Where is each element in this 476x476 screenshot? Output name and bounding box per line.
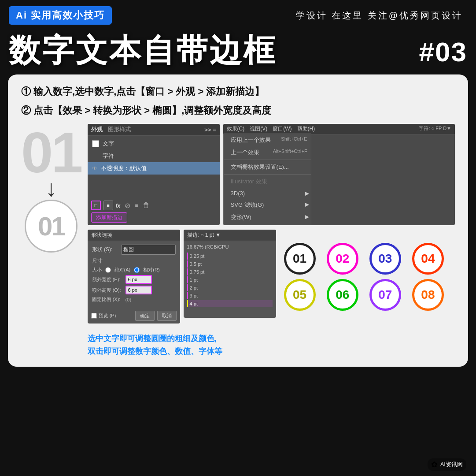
- watermark-badge: ✿ AI资讯网: [428, 458, 466, 471]
- effects-menu-bar: 效果(C) 视图(V) 窗口(W) 帮助(H) 字符: ○ FP D▼: [223, 124, 455, 134]
- effects-menu-screenshot: 效果(C) 视图(V) 窗口(W) 帮助(H) 字符: ○ FP D▼ 应用上一…: [223, 124, 455, 225]
- extra-height-input[interactable]: [125, 286, 152, 294]
- shape-options-dialog: 形状选项 形状 (S): 椭圆 尺寸 大小 绝对(A): [88, 230, 180, 324]
- panel-row-opacity: 👁 不透明度：默认值: [88, 162, 220, 175]
- row-opacity-label: 不透明度：默认值: [101, 164, 147, 172]
- stroke-025pt: 0.25 pt: [187, 253, 273, 260]
- stroke-1pt: 1 pt: [187, 276, 273, 283]
- fx-label[interactable]: fx: [116, 202, 121, 209]
- preview-checkbox: 预览 (P): [91, 312, 133, 319]
- radio-row: 大小 绝对(A) 相对(R): [92, 267, 176, 273]
- no-icon[interactable]: ⊘: [125, 201, 130, 210]
- main-card: ① 输入数字,选中数字,点击【窗口 > 外观 > 添加新描边】 ② 点击【效果 …: [8, 74, 468, 367]
- menu-item-view: 视图(V): [250, 125, 267, 133]
- row-text-label: 文字: [103, 140, 114, 148]
- tagline: 学设计 在这里 关注@优秀网页设计: [296, 10, 463, 22]
- footer-text-block: 选中文字即可调整圆圈的粗细及颜色, 双击即可调整数字颜色、数值、字体等: [88, 332, 455, 358]
- stroke-pt-list: 0.25 pt 0.5 pt 0.75 pt 1 pt 2 pt 3 pt 4 …: [184, 251, 276, 310]
- last-effect-label: 上一个效果: [231, 149, 259, 156]
- apply-last-label: 应用上一个效果: [231, 137, 271, 143]
- circle-06: 06: [327, 279, 358, 311]
- divider2: [224, 174, 311, 175]
- content-area: 01 ↓ 01 外观 图形样式 >> ≡: [21, 124, 455, 358]
- preview-check[interactable]: [91, 313, 97, 319]
- relative-radio[interactable]: [134, 267, 140, 273]
- radio-size-label: 大小: [92, 267, 102, 273]
- title-row: 数字文本自带边框 #03: [0, 31, 476, 74]
- watermark-icon: ✿: [431, 460, 438, 469]
- stroke-panel-screenshot: 描边: ○ 1 pt ▼ 16.67% (RGB/GPU 0.25 pt 0.5…: [184, 230, 276, 318]
- panel-rows: 文字 字符 👁 不透明度：默认值: [88, 136, 220, 176]
- row-char-label: 字符: [103, 152, 114, 160]
- size-section-title: 尺寸: [92, 257, 176, 265]
- bottom-screenshots-row: 形状选项 形状 (S): 椭圆 尺寸 大小 绝对(A): [88, 230, 455, 324]
- panel-options: >> ≡: [204, 126, 216, 133]
- footer-line2: 双击即可调整数字颜色、数值、字体等: [88, 345, 455, 358]
- top-screenshots-row: 外观 图形样式 >> ≡ 文字 字符: [88, 124, 455, 225]
- screenshots-area: 外观 图形样式 >> ≡ 文字 字符: [88, 124, 455, 358]
- menu-icon[interactable]: ≡: [135, 202, 138, 209]
- watermark-text: AI资讯网: [440, 461, 463, 469]
- character-label: 字符: ○ FP D▼: [419, 125, 451, 133]
- zoom-value: 16.67% (RGB/GPU: [187, 244, 229, 249]
- ok-button[interactable]: 确定: [135, 311, 155, 321]
- preview-label: 预览 (P): [99, 312, 116, 319]
- series-number: #03: [419, 36, 467, 67]
- transform-item[interactable]: 变形(W)▶: [224, 211, 311, 223]
- shape-row: 形状 (S): 椭圆: [92, 245, 176, 255]
- circle-03: 03: [369, 243, 401, 275]
- panel-title-bar: 外观 图形样式 >> ≡: [88, 124, 220, 136]
- separator: 图形样式: [108, 126, 131, 134]
- distort-item[interactable]: 扭曲和变换(D)▶: [224, 223, 311, 225]
- circle-05: 05: [284, 279, 316, 311]
- absolute-radio[interactable]: [105, 267, 111, 273]
- appearance-panel-screenshot: 外观 图形样式 >> ≡ 文字 字符: [88, 124, 220, 225]
- svg-filters-item[interactable]: SVG 滤镜(G)▶: [224, 199, 311, 211]
- delete-icon[interactable]: 🗑: [143, 201, 150, 209]
- circle-07: 07: [369, 279, 401, 311]
- arrow-down-icon: ↓: [45, 177, 57, 200]
- cancel-button[interactable]: 取消: [157, 311, 177, 321]
- menu-item-window: 窗口(W): [273, 125, 292, 133]
- extra-width-label: 额外宽度 (E):: [92, 276, 124, 283]
- last-effect-shortcut: Alt+Shift+Ctrl+F: [273, 149, 307, 154]
- brand-badge: Ai 实用高效小技巧: [9, 6, 112, 25]
- footer-line1: 选中文字即可调整圆圈的粗细及颜色,: [88, 332, 455, 345]
- last-effect-item[interactable]: 上一个效果 Alt+Shift+Ctrl+F: [224, 146, 311, 159]
- circle-04: 04: [412, 243, 444, 275]
- stroke-05pt: 0.5 pt: [187, 260, 273, 268]
- demo-circle: 01: [25, 200, 77, 253]
- demo-number-big: 01: [21, 124, 81, 181]
- dialog-footer: 预览 (P) 确定 取消: [88, 308, 180, 324]
- main-title: 数字文本自带边框: [9, 34, 414, 66]
- dialog-title: 形状选项: [88, 230, 180, 241]
- shape-select[interactable]: 椭圆: [121, 245, 176, 255]
- stroke-header-text: 描边: ○ 1 pt ▼: [187, 231, 221, 239]
- panel-row-text: 文字: [88, 138, 220, 150]
- circle-01: 01: [284, 243, 316, 275]
- panel-title-appearance: 外观: [91, 126, 103, 134]
- doc-raster-item[interactable]: 文档栅格效果设置(E)...: [224, 161, 311, 173]
- divider1: [224, 160, 311, 160]
- stroke-4pt: 4 pt: [187, 300, 273, 307]
- 3d-item[interactable]: 3D(3)▶: [224, 188, 311, 199]
- stroke-2pt: 2 pt: [187, 284, 273, 291]
- apply-last-shortcut: Shift+Ctrl+E: [281, 136, 307, 141]
- extra-height-label: 额外高度 (O):: [92, 287, 124, 294]
- menu-item-effect: 效果(C): [227, 125, 245, 133]
- color-circles-grid: 01 02 03 04 05 06 07 08: [280, 238, 455, 315]
- square-icon-btn[interactable]: □: [91, 201, 101, 210]
- dialog-body: 形状 (S): 椭圆 尺寸 大小 绝对(A) 相对(R): [88, 241, 180, 308]
- stroke-panel-header: 描边: ○ 1 pt ▼: [184, 230, 276, 241]
- zoom-label: 16.67% (RGB/GPU: [184, 243, 276, 251]
- extra-width-input[interactable]: [125, 275, 152, 284]
- brand-label: Ai 实用高效小技巧: [16, 10, 105, 21]
- circle-08: 08: [412, 279, 444, 311]
- fill-btn[interactable]: ■: [103, 201, 113, 210]
- stroke-3pt: 3 pt: [187, 292, 273, 299]
- panel-row-char: 字符: [88, 150, 220, 162]
- apply-last-effect-item[interactable]: 应用上一个效果 Shift+Ctrl+E: [224, 134, 311, 146]
- step1-text: ① 输入数字,选中数字,点击【窗口 > 外观 > 添加新描边】: [21, 84, 455, 99]
- add-stroke-button[interactable]: 添加新描边: [91, 212, 127, 223]
- illustrator-effects-header: Illustrator 效果: [224, 175, 311, 188]
